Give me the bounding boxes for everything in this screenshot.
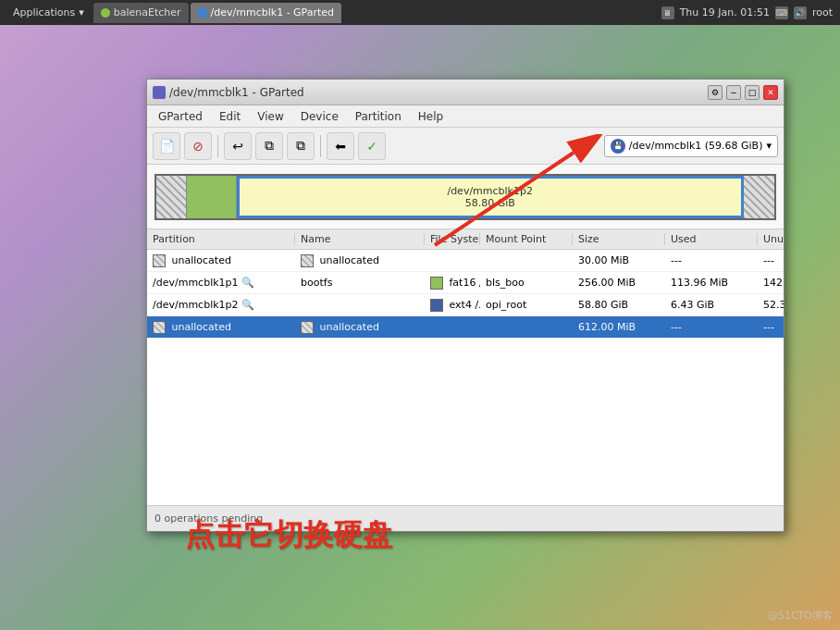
cell-1-used: 113.96 MiB [665, 277, 758, 289]
tab-gparted[interactable]: /dev/mmcblk1 - GParted [191, 3, 342, 23]
toolbar-apply-btn[interactable]: ✓ [358, 132, 386, 160]
table-header: Partition Name File System Mount Point S… [147, 229, 784, 250]
cell-1-fs: fat16 /boot [425, 277, 480, 290]
window-titlebar: /dev/mmcblk1 - GParted ⚙ − □ ✕ [147, 80, 784, 105]
apps-arrow: ▾ [79, 6, 84, 19]
toolbar-new-btn[interactable]: 📄 [153, 132, 180, 160]
cell-2-unused: 52.37 GiB [758, 299, 784, 311]
titlebar-left: /dev/mmcblk1 - GParted [153, 86, 304, 99]
cell-3-partition: unallocated [147, 321, 295, 334]
cell-2-fs: ext4 /. /var/log.hdd [425, 299, 480, 312]
toolbar-copy-btn[interactable]: ⧉ [255, 132, 283, 160]
taskbar-user: root [812, 6, 833, 19]
toolbar-sep2 [320, 135, 321, 157]
col-header-used: Used [665, 233, 758, 245]
window-title: /dev/mmcblk1 - GParted [169, 86, 304, 99]
keyboard-icon: ⌨ [775, 6, 788, 19]
col-header-size: Size [573, 233, 665, 245]
menu-gparted[interactable]: GParted [151, 108, 210, 125]
tab-balenaetcher-label: balenaEtcher [114, 6, 181, 19]
menu-edit[interactable]: Edit [212, 108, 248, 125]
toolbar-sep1 [217, 135, 218, 157]
table-row-3[interactable]: unallocated unallocated 612.00 MiB --- -… [147, 316, 784, 339]
cell-1-name: bootfs [295, 277, 425, 289]
color-ext4 [430, 299, 443, 312]
taskbar-right: 🖥 Thu 19 Jan. 01:51 ⌨ 🔊 root [654, 6, 840, 19]
tab-gparted-label: /dev/mmcblk1 - GParted [211, 6, 335, 19]
color-unalloc-name-0 [301, 254, 314, 267]
cell-0-used: --- [665, 254, 758, 266]
cell-1-unused: 142.04 MiB [758, 277, 784, 289]
disk-part-p2-label1: /dev/mmcblk1p2 [447, 185, 533, 197]
color-unalloc-0 [153, 254, 166, 267]
device-selector-arrow: ▾ [766, 140, 772, 152]
window-minimize-btn[interactable]: − [726, 85, 741, 100]
window-close-btn[interactable]: ✕ [763, 85, 778, 100]
monitor-icon: 🖥 [661, 6, 674, 19]
toolbar-undo-btn[interactable]: ↩ [224, 132, 252, 160]
partition-table: Partition Name File System Mount Point S… [147, 229, 784, 505]
search-icon-1: 🔍 [241, 277, 254, 289]
cell-3-unused: --- [758, 321, 784, 333]
search-icon-2: 🔍 [241, 299, 254, 311]
table-row-1[interactable]: /dev/mmcblk1p1 🔍 bootfs fat16 /boot bls_… [147, 272, 784, 294]
color-unalloc2 [153, 321, 166, 334]
cell-3-name: unallocated [295, 321, 425, 334]
col-header-partition: Partition [147, 233, 295, 245]
table-row-2[interactable]: /dev/mmcblk1p2 🔍 ext4 /. /var/log.hdd op… [147, 294, 784, 316]
cell-2-used: 6.43 GiB [665, 299, 758, 311]
cell-2-partition: /dev/mmcblk1p2 🔍 [147, 299, 295, 311]
toolbar-cancel-btn[interactable]: ⊘ [184, 132, 212, 160]
device-selector-label: /dev/mmcblk1 (59.68 GiB) [629, 140, 763, 152]
cell-0-unused: --- [758, 254, 784, 266]
col-header-mount: Mount Point [480, 233, 573, 245]
toolbar-back-btn[interactable]: ⬅ [327, 132, 354, 160]
taskbar-apps[interactable]: Applications ▾ [7, 6, 90, 19]
tab-gparted-icon [198, 8, 207, 18]
menu-partition[interactable]: Partition [348, 108, 409, 125]
col-header-unused: Unused [758, 233, 784, 245]
label-0-partition: unallocated [172, 254, 231, 266]
taskbar-tabs: balenaEtcher /dev/mmcblk1 - GParted [90, 3, 654, 23]
tab-balenaetcher[interactable]: balenaEtcher [93, 3, 189, 23]
watermark: @51CTO博客 [768, 609, 833, 623]
cell-1-mount: bls_boo [480, 277, 573, 289]
menu-bar: GParted Edit View Device Partition Help [147, 105, 784, 128]
menu-device[interactable]: Device [293, 108, 346, 125]
desktop: /dev/mmcblk1 - GParted ⚙ − □ ✕ GParted E… [0, 25, 840, 630]
disk-bar: /dev/mmcblk1p2 58.80 GiB [154, 174, 776, 220]
device-selector[interactable]: 💾 /dev/mmcblk1 (59.68 GiB) ▾ [604, 135, 778, 157]
color-fat16 [430, 277, 443, 290]
cell-0-name: unallocated [295, 254, 425, 267]
cell-0-size: 30.00 MiB [573, 254, 665, 266]
disk-part-unalloc1[interactable] [156, 176, 187, 218]
window-settings-btn[interactable]: ⚙ [708, 85, 723, 100]
disk-part-p1[interactable] [187, 176, 236, 218]
table-row-0[interactable]: unallocated unallocated 30.00 MiB --- --… [147, 250, 784, 272]
cell-1-partition: /dev/mmcblk1p1 🔍 [147, 277, 295, 289]
toolbar-paste-btn[interactable]: ⧉ [287, 132, 315, 160]
device-selector-icon: 💾 [611, 139, 625, 154]
disk-part-p2[interactable]: /dev/mmcblk1p2 58.80 GiB [237, 176, 744, 218]
cell-1-size: 256.00 MiB [573, 277, 665, 289]
toolbar: 📄 ⊘ ↩ ⧉ ⧉ ⬅ ✓ 💾 /dev/mmcblk1 (59.68 GiB)… [147, 128, 784, 165]
menu-view[interactable]: View [250, 108, 290, 125]
menu-help[interactable]: Help [411, 108, 451, 125]
col-header-fs: File System [425, 233, 480, 245]
cell-2-size: 58.80 GiB [573, 299, 665, 311]
cell-3-used: --- [665, 321, 758, 333]
taskbar: Applications ▾ balenaEtcher /dev/mmcblk1… [0, 0, 840, 25]
titlebar-controls: ⚙ − □ ✕ [708, 85, 778, 100]
disk-part-p2-label2: 58.80 GiB [465, 197, 515, 209]
taskbar-time: Thu 19 Jan. 01:51 [680, 6, 770, 19]
window-maximize-btn[interactable]: □ [745, 85, 760, 100]
gparted-window: /dev/mmcblk1 - GParted ⚙ − □ ✕ GParted E… [146, 79, 784, 532]
disk-part-unalloc2[interactable] [744, 176, 774, 218]
applications-label[interactable]: Applications [13, 6, 75, 19]
tab-balenaetcher-icon [101, 8, 110, 18]
cell-2-mount: opi_root [480, 299, 573, 311]
color-unalloc2-name [301, 321, 314, 334]
cell-0-partition: unallocated [147, 254, 295, 267]
audio-icon: 🔊 [794, 6, 807, 19]
chinese-annotation: 点击它切换硬盘 [185, 515, 392, 556]
